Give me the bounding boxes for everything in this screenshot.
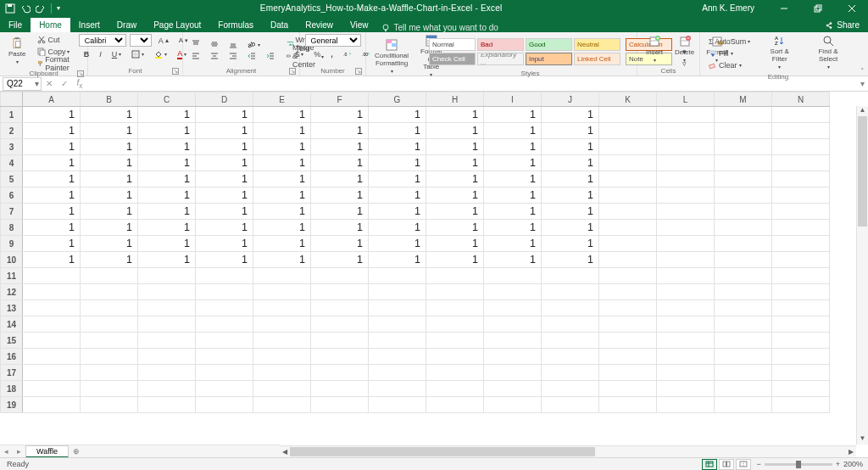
cell[interactable]: 1 (542, 171, 599, 187)
cell[interactable] (772, 204, 830, 220)
cell[interactable] (369, 365, 426, 381)
cell[interactable] (196, 300, 253, 316)
expand-formula-bar-button[interactable]: ▾ (856, 79, 868, 88)
cell[interactable] (772, 220, 830, 236)
cell[interactable] (657, 365, 715, 381)
zoom-out-button[interactable]: − (756, 460, 760, 468)
cell[interactable]: 1 (81, 123, 138, 139)
column-header[interactable]: N (772, 92, 830, 107)
cell[interactable] (426, 397, 484, 413)
cell[interactable]: 1 (542, 155, 599, 171)
cell[interactable]: 1 (311, 171, 369, 187)
row-header[interactable]: 15 (1, 333, 23, 349)
cell[interactable] (715, 171, 772, 187)
row-header[interactable]: 10 (1, 252, 23, 268)
column-header[interactable]: B (81, 92, 138, 107)
increase-indent-button[interactable] (263, 51, 278, 62)
cell[interactable]: 1 (253, 204, 311, 220)
cell[interactable] (369, 300, 426, 316)
cell[interactable] (311, 365, 369, 381)
cell[interactable] (715, 300, 772, 316)
cell[interactable] (772, 381, 830, 397)
cell[interactable]: 1 (23, 123, 81, 139)
cell[interactable]: 1 (311, 220, 369, 236)
cell[interactable] (715, 349, 772, 365)
cell[interactable] (484, 397, 542, 413)
view-page-break-button[interactable] (736, 459, 751, 470)
scroll-down-icon[interactable]: ▼ (857, 434, 868, 445)
cell[interactable] (253, 284, 311, 300)
cell[interactable]: 1 (196, 236, 253, 252)
cell[interactable]: 1 (484, 139, 542, 155)
dialog-launcher-icon[interactable]: ↘ (355, 68, 362, 75)
cell[interactable] (772, 300, 830, 316)
cell[interactable]: 1 (23, 252, 81, 268)
cell[interactable] (542, 365, 599, 381)
cell[interactable] (426, 349, 484, 365)
cell[interactable] (311, 381, 369, 397)
cell[interactable]: 1 (426, 220, 484, 236)
cell[interactable] (772, 284, 830, 300)
scroll-left-icon[interactable]: ◀ (280, 446, 290, 457)
cell[interactable]: 1 (426, 139, 484, 155)
cell[interactable] (484, 349, 542, 365)
scroll-thumb[interactable] (858, 116, 867, 227)
cell[interactable]: 1 (311, 107, 369, 123)
cell[interactable] (253, 397, 311, 413)
cell[interactable] (484, 300, 542, 316)
cell[interactable]: 1 (369, 139, 426, 155)
column-header[interactable]: L (657, 92, 715, 107)
percent-format-button[interactable]: % (310, 48, 324, 59)
cell[interactable]: 1 (138, 220, 196, 236)
column-header[interactable]: A (23, 92, 81, 107)
cell[interactable]: 1 (81, 187, 138, 204)
scroll-thumb[interactable] (290, 447, 595, 456)
cell[interactable] (542, 349, 599, 365)
cell[interactable] (23, 284, 81, 300)
cell[interactable] (772, 123, 830, 139)
cell[interactable] (369, 397, 426, 413)
cell[interactable] (715, 220, 772, 236)
cell[interactable]: 1 (81, 155, 138, 171)
cell[interactable]: 1 (81, 252, 138, 268)
row-header[interactable]: 11 (1, 268, 23, 284)
cell[interactable] (772, 252, 830, 268)
cell[interactable] (484, 333, 542, 349)
cell[interactable]: 1 (23, 220, 81, 236)
cell[interactable] (426, 284, 484, 300)
cell[interactable]: 1 (484, 187, 542, 204)
cell[interactable]: 1 (484, 123, 542, 139)
cell[interactable] (599, 268, 657, 284)
row-header[interactable]: 8 (1, 220, 23, 236)
cell[interactable]: 1 (23, 107, 81, 123)
row-header[interactable]: 4 (1, 155, 23, 171)
tab-view[interactable]: View (342, 18, 377, 32)
accounting-format-button[interactable]: $▾ (292, 48, 307, 59)
cell[interactable]: 1 (311, 187, 369, 204)
cell[interactable] (369, 284, 426, 300)
cell[interactable] (772, 268, 830, 284)
cell[interactable] (772, 171, 830, 187)
cell[interactable] (657, 187, 715, 204)
cell[interactable] (484, 365, 542, 381)
cell[interactable] (599, 187, 657, 204)
cell[interactable] (657, 220, 715, 236)
increase-font-button[interactable]: A▴ (155, 35, 172, 46)
column-header[interactable]: I (484, 92, 542, 107)
cell[interactable] (484, 284, 542, 300)
cell[interactable]: 1 (196, 155, 253, 171)
cell[interactable] (138, 316, 196, 333)
cell[interactable] (81, 268, 138, 284)
cell[interactable]: 1 (484, 171, 542, 187)
cell[interactable] (657, 252, 715, 268)
cell[interactable] (23, 333, 81, 349)
cell[interactable]: 1 (196, 123, 253, 139)
cell[interactable]: 1 (369, 171, 426, 187)
cell[interactable]: 1 (138, 123, 196, 139)
cell[interactable] (772, 316, 830, 333)
worksheet-grid[interactable]: ABCDEFGHIJKLMN11111111111211111111113111… (0, 92, 868, 445)
cell[interactable]: 1 (138, 236, 196, 252)
cell[interactable] (657, 349, 715, 365)
undo-icon[interactable] (20, 3, 31, 14)
restore-button[interactable] (805, 0, 831, 16)
